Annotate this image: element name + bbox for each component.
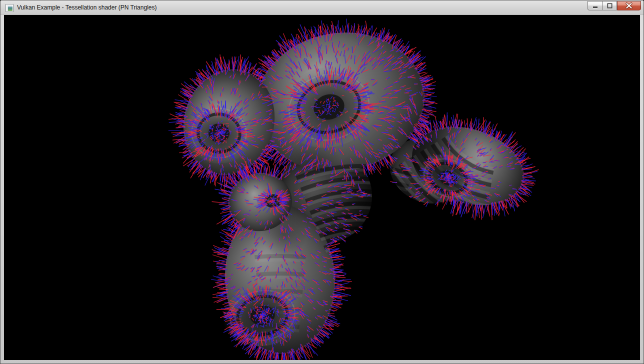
application-window-icon [6, 4, 14, 12]
window-title: Vulkan Example - Tessellation shader (PN… [17, 4, 156, 12]
titlebar[interactable]: Vulkan Example - Tessellation shader (PN… [0, 0, 644, 15]
maximize-button[interactable] [602, 1, 617, 10]
close-icon [618, 2, 640, 10]
close-button[interactable] [617, 1, 641, 10]
window-controls [588, 1, 641, 10]
vulkan-render-canvas[interactable] [4, 15, 640, 360]
minimize-button[interactable] [588, 1, 602, 10]
maximize-icon [602, 2, 616, 10]
app-icon [6, 4, 14, 12]
render-viewport [4, 15, 640, 360]
app-window: Vulkan Example - Tessellation shader (PN… [0, 0, 644, 364]
minimize-icon [588, 2, 602, 10]
